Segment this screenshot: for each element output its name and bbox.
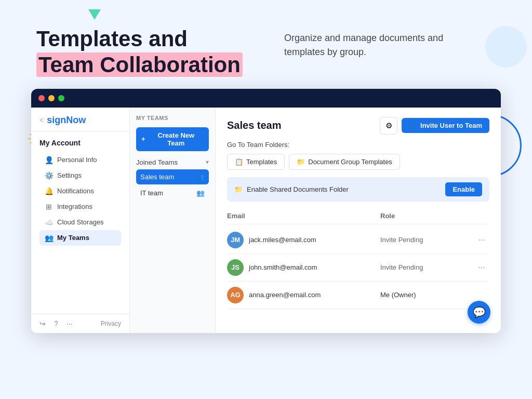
- invite-button-label: Invite User to Team: [420, 122, 482, 129]
- team-members-icon: 👥: [196, 189, 205, 197]
- logout-icon[interactable]: ↪: [39, 320, 46, 328]
- sidebar-item-my-teams[interactable]: 👥 My Teams: [39, 230, 121, 246]
- privacy-link[interactable]: Privacy: [101, 320, 121, 327]
- main-actions: ⚙ 👤 Invite User to Team: [380, 117, 489, 135]
- document-group-templates-label: Document Group Templates: [308, 158, 392, 166]
- member-role: Invite Pending: [380, 263, 474, 271]
- avatar: JM: [227, 232, 244, 248]
- notifications-icon: 🔔: [45, 187, 53, 195]
- folder-icon: 📁: [234, 185, 243, 193]
- help-icon[interactable]: ?: [54, 320, 58, 328]
- table-row: JS john.smith@email.com Invite Pending ·…: [227, 254, 489, 282]
- avatar: AG: [227, 287, 244, 303]
- chat-fab-button[interactable]: 💬: [468, 301, 490, 324]
- joined-teams-label: Joined Teams: [136, 158, 178, 166]
- main-content: Sales team ⚙ 👤 Invite User to Team Go To…: [216, 108, 501, 333]
- personal-info-icon: 👤: [45, 156, 53, 164]
- main-header: Sales team ⚙ 👤 Invite User to Team: [227, 117, 489, 135]
- enable-shared-folder-button[interactable]: Enable: [445, 182, 482, 196]
- sidebar: < signNow My Account 👤 Personal Info ⚙️ …: [31, 108, 130, 333]
- team-settings-button[interactable]: ⚙: [380, 117, 397, 135]
- table-row: AG anna.green@email.com Me (Owner): [227, 282, 489, 309]
- team-item-label: Sales team: [140, 173, 174, 181]
- role-column-header: Role: [380, 212, 474, 220]
- app-window: < signNow My Account 👤 Personal Info ⚙️ …: [31, 89, 501, 333]
- banner-text: Enable Shared Documents Folder: [247, 185, 349, 193]
- sidebar-account: My Account 👤 Personal Info ⚙️ Settings 🔔…: [31, 131, 129, 250]
- create-team-label: Create New Team: [149, 131, 204, 147]
- table-row: JM jack.miles@email.com Invite Pending ·…: [227, 227, 489, 254]
- goto-folders-label: Go To Team Folders:: [227, 141, 489, 149]
- header-description: Organize and manage documents and templa…: [284, 26, 471, 59]
- banner-content: 📁 Enable Shared Documents Folder: [234, 185, 349, 193]
- my-teams-section-title: MY TEAMS: [136, 115, 209, 121]
- sidebar-logo: < signNow: [31, 108, 129, 131]
- member-email: anna.green@email.com: [249, 291, 321, 299]
- sidebar-item-integrations[interactable]: ⊞ Integrations: [39, 199, 121, 215]
- title-line2: Team Collaboration: [36, 52, 243, 77]
- sidebar-item-label: Personal Info: [57, 156, 97, 164]
- sidebar-item-notifications[interactable]: 🔔 Notifications: [39, 183, 121, 199]
- document-group-templates-tab[interactable]: 📁 Document Group Templates: [289, 154, 400, 170]
- shared-folder-banner: 📁 Enable Shared Documents Folder Enable: [227, 177, 489, 202]
- chevron-down-icon: ▾: [206, 158, 209, 166]
- folder-tabs: 📋 Templates 📁 Document Group Templates: [227, 154, 489, 170]
- header-section: Templates and Team Collaboration Organiz…: [0, 0, 532, 89]
- member-role: Me (Owner): [380, 291, 474, 299]
- members-table: Email Role JM jack.miles@email.com Invit…: [227, 210, 489, 309]
- team-title: Sales team: [227, 119, 282, 131]
- member-role: Invite Pending: [380, 236, 474, 244]
- invite-user-button[interactable]: 👤 Invite User to Team: [402, 118, 489, 133]
- teams-panel: MY TEAMS + Create New Team Joined Teams …: [130, 108, 216, 333]
- sidebar-footer: ↪ ? ··· Privacy: [31, 314, 129, 333]
- create-new-team-button[interactable]: + Create New Team: [136, 127, 209, 151]
- description-text: Organize and manage documents and templa…: [284, 31, 471, 59]
- window-dot-red[interactable]: [38, 95, 45, 101]
- sidebar-item-label: My Teams: [57, 234, 89, 242]
- templates-icon: 📋: [235, 158, 243, 166]
- member-email-cell: JM jack.miles@email.com: [227, 232, 380, 248]
- app-body: < signNow My Account 👤 Personal Info ⚙️ …: [31, 108, 501, 333]
- back-arrow-icon[interactable]: <: [39, 116, 44, 124]
- sidebar-item-cloud-storages[interactable]: ☁️ Cloud Storages: [39, 215, 121, 230]
- avatar: JS: [227, 259, 244, 276]
- joined-teams-header: Joined Teams ▾: [136, 158, 209, 166]
- sidebar-item-settings[interactable]: ⚙️ Settings: [39, 168, 121, 183]
- my-teams-icon: 👥: [45, 234, 53, 242]
- member-email-cell: AG anna.green@email.com: [227, 287, 380, 303]
- integrations-icon: ⊞: [45, 203, 53, 211]
- chat-icon: 💬: [473, 306, 486, 318]
- account-title: My Account: [39, 139, 121, 147]
- team-item-sales[interactable]: Sales team 👥: [136, 169, 209, 184]
- member-email-cell: JS john.smith@email.com: [227, 259, 380, 276]
- settings-icon: ⚙️: [45, 171, 53, 180]
- member-email: john.smith@email.com: [249, 263, 317, 271]
- more-options-icon[interactable]: ···: [66, 320, 73, 328]
- sidebar-item-label: Settings: [57, 171, 82, 179]
- team-item-label: IT team: [140, 189, 163, 197]
- plus-icon: +: [141, 135, 145, 143]
- folder-icon: 📁: [297, 158, 305, 166]
- templates-tab[interactable]: 📋 Templates: [227, 154, 285, 170]
- member-email: jack.miles@email.com: [249, 236, 316, 244]
- templates-tab-label: Templates: [246, 158, 277, 166]
- title-line1: Templates and: [36, 26, 188, 51]
- sidebar-item-label: Integrations: [57, 203, 92, 210]
- team-members-icon: 👥: [196, 173, 205, 181]
- app-logo: signNow: [47, 115, 86, 126]
- window-dot-green[interactable]: [58, 95, 64, 101]
- sidebar-item-personal-info[interactable]: 👤 Personal Info: [39, 152, 121, 168]
- sidebar-item-label: Notifications: [57, 187, 94, 195]
- cloud-icon: ☁️: [45, 218, 53, 227]
- header-title-block: Templates and Team Collaboration: [36, 26, 243, 78]
- sidebar-item-label: Cloud Storages: [57, 218, 104, 226]
- title-bar: [31, 89, 501, 108]
- table-header: Email Role: [227, 210, 489, 224]
- user-plus-icon: 👤: [409, 122, 417, 129]
- email-column-header: Email: [227, 212, 380, 220]
- window-dot-yellow[interactable]: [48, 95, 55, 101]
- gear-icon: ⚙: [385, 121, 392, 130]
- team-item-it[interactable]: IT team 👥: [136, 185, 209, 201]
- member-more-button[interactable]: ···: [474, 263, 489, 272]
- member-more-button[interactable]: ···: [474, 235, 489, 245]
